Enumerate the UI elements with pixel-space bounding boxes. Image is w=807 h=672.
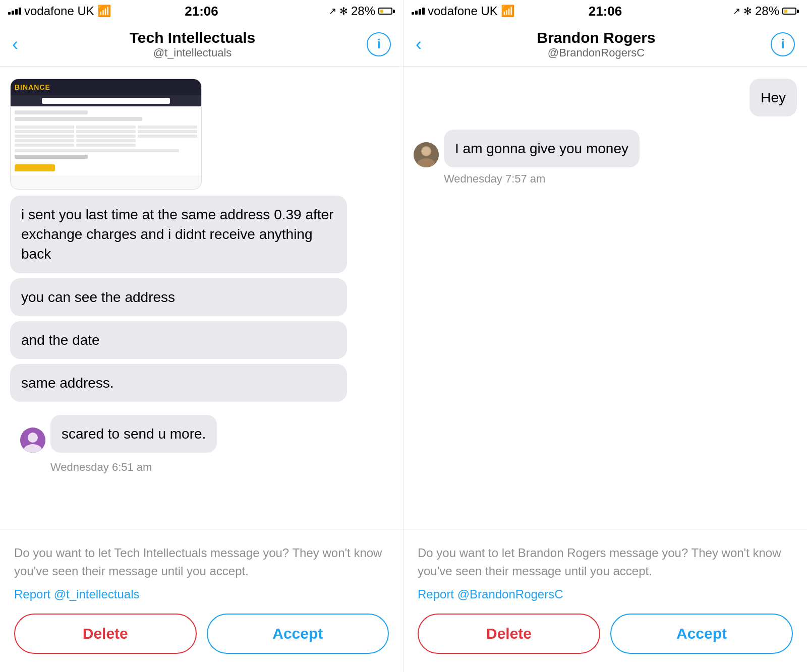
message-bubble-2: you can see the address [10,278,347,316]
right-nav-bar: ‹ Brandon Rogers @BrandonRogersC i [404,22,807,67]
right-messages-area: Hey I am gonna give you money Wednesday … [404,67,807,529]
left-info-button[interactable]: i [367,32,391,56]
left-timestamp: Wednesday 6:51 am [50,461,383,474]
right-delete-button[interactable]: Delete [418,614,600,654]
right-bluetooth-icon: ✻ [743,5,752,17]
message-bubble-5: scared to send u more. [50,415,217,453]
bluetooth-icon: ✻ [339,5,348,17]
status-time: 21:06 [185,4,218,19]
right-status-time: 21:06 [589,4,622,19]
right-conversation-handle: @BrandonRogersC [537,46,655,59]
right-footer-description: Do you want to let Brandon Rogers messag… [418,544,793,580]
right-battery-icon [782,8,799,15]
right-timestamp: Wednesday 7:57 am [444,172,797,186]
left-nav-title: Tech Intellectuals @t_intellectuals [130,29,256,59]
right-conversation-title: Brandon Rogers [537,29,655,46]
right-signal-icon [412,8,425,15]
binance-screenshot: BINANCE [10,79,202,190]
location-icon: ↗ [329,6,336,17]
left-back-button[interactable]: ‹ [12,34,18,55]
left-conversation-title: Tech Intellectuals [130,29,256,46]
right-message-bubble-2: I am gonna give you money [444,130,640,167]
right-footer-buttons: Delete Accept [418,614,793,654]
right-footer: Do you want to let Brandon Rogers messag… [404,529,807,672]
right-panel: vodafone UK 📶 21:06 ↗ ✻ 28% ‹ Brandon Ro… [404,0,807,672]
right-battery-label: 28% [755,4,779,18]
right-bubble-group-1: Hey [414,79,797,121]
left-footer: Do you want to let Tech Intellectuals me… [0,529,403,672]
avatar-message-row: scared to send u more. [20,415,383,453]
left-footer-description: Do you want to let Tech Intellectuals me… [14,544,389,580]
wifi-icon: 📶 [97,5,111,18]
battery-icon [378,8,395,15]
left-conversation-handle: @t_intellectuals [130,46,256,59]
right-avatar-row: I am gonna give you money [414,130,797,167]
right-location-icon: ↗ [733,6,740,17]
battery-label: 28% [351,4,375,18]
right-carrier-label: vodafone UK [428,4,498,18]
left-nav-bar: ‹ Tech Intellectuals @t_intellectuals i [0,22,403,67]
right-message-bubble-1: Hey [750,79,797,116]
left-last-message-group: scared to send u more. Wednesday 6:51 am [10,407,393,487]
svg-point-6 [422,147,430,155]
right-status-bar: vodafone UK 📶 21:06 ↗ ✻ 28% [404,0,807,22]
left-status-bar: vodafone UK 📶 21:06 ↗ ✻ 28% [0,0,403,22]
right-accept-button[interactable]: Accept [610,614,793,654]
left-delete-button[interactable]: Delete [14,614,197,654]
right-back-button[interactable]: ‹ [416,34,422,55]
left-footer-buttons: Delete Accept [14,614,389,654]
left-messages-area: BINANCE [0,67,403,529]
signal-icon [8,8,21,15]
left-accept-button[interactable]: Accept [207,614,389,654]
carrier-label: vodafone UK [24,4,94,18]
message-bubble-1: i sent you last time at the same address… [10,196,347,273]
left-panel: vodafone UK 📶 21:06 ↗ ✻ 28% ‹ Tech Intel… [0,0,404,672]
svg-point-1 [28,433,38,443]
message-bubble-4: same address. [10,364,347,402]
right-sender-avatar [414,142,439,167]
left-report-link[interactable]: Report @t_intellectuals [14,587,389,601]
binance-logo: BINANCE [15,83,50,91]
message-bubble-3: and the date [10,321,347,359]
right-report-link[interactable]: Report @BrandonRogersC [418,587,793,601]
right-info-button[interactable]: i [771,32,795,56]
sender-avatar [20,427,45,453]
right-nav-title: Brandon Rogers @BrandonRogersC [537,29,655,59]
right-wifi-icon: 📶 [501,5,514,18]
